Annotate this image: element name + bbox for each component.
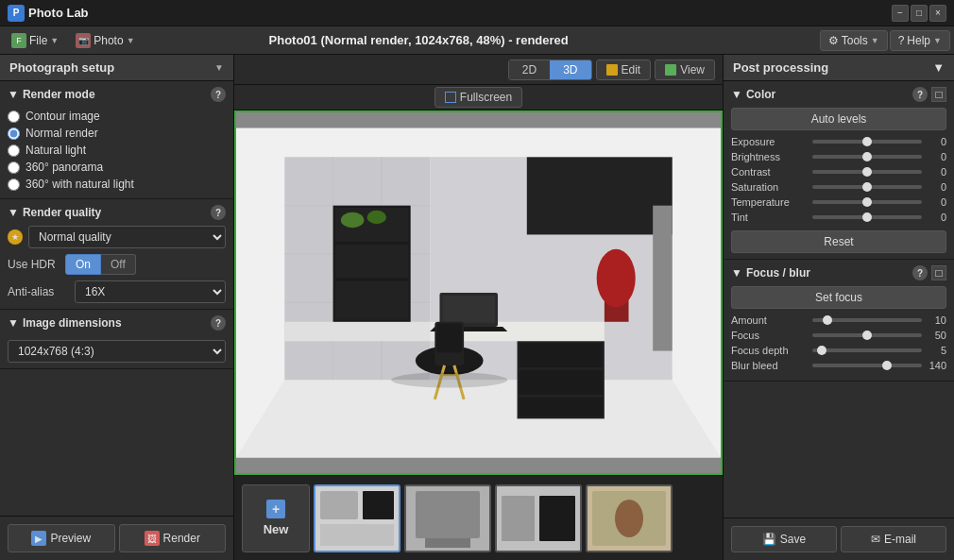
quality-row: ★ Normal quality High quality Low qualit… <box>8 226 226 248</box>
image-dimensions-help[interactable]: ? <box>211 315 226 331</box>
focus-panel-icon[interactable]: □ <box>931 265 946 280</box>
title-bar: P Photo Lab − □ × <box>0 0 954 26</box>
quality-select[interactable]: Normal quality High quality Low quality <box>28 226 226 248</box>
set-focus-button[interactable]: Set focus <box>731 286 946 309</box>
svg-rect-41 <box>425 538 470 548</box>
render-mode-contour[interactable]: Contour image <box>8 110 226 123</box>
auto-levels-button[interactable]: Auto levels <box>731 108 946 130</box>
left-panel-title: Photograph setup <box>9 60 114 75</box>
menu-bar: F File ▼ 📷 Photo ▼ Photo01 (Normal rende… <box>0 26 954 55</box>
edit-icon <box>606 64 618 76</box>
left-panel: Photograph setup ▼ ▼ Render mode ? Conto… <box>0 55 234 560</box>
image-dimensions-title[interactable]: ▼ Image dimensions ? <box>8 315 226 331</box>
tools-group: ⚙ Tools ▼ ? Help ▼ <box>820 30 950 51</box>
focus-depth-slider[interactable] <box>812 348 922 352</box>
file-menu-arrow: ▼ <box>50 36 59 45</box>
fullscreen-icon <box>445 92 456 103</box>
email-button[interactable]: ✉ E-mail <box>841 526 946 552</box>
app-title: Photo01 (Normal render, 1024x768, 48%) -… <box>269 33 569 47</box>
blur-bleed-row: Blur bleed 140 <box>731 360 946 371</box>
amount-slider[interactable] <box>812 318 922 322</box>
saturation-row: Saturation 0 <box>731 181 946 193</box>
saturation-slider[interactable] <box>812 185 922 189</box>
view-button[interactable]: View <box>655 59 715 80</box>
email-icon: ✉ <box>871 533 880 546</box>
logo-icon: P <box>8 5 25 22</box>
focus-blur-arrow[interactable]: ▼ <box>731 266 742 280</box>
render-scene <box>236 112 721 473</box>
contrast-row: Contrast 0 <box>731 166 946 178</box>
blur-bleed-slider[interactable] <box>812 364 922 367</box>
brightness-row: Brightness 0 <box>731 151 946 162</box>
close-button[interactable]: × <box>929 5 946 22</box>
minimize-button[interactable]: − <box>892 5 909 22</box>
edit-button[interactable]: Edit <box>596 59 652 80</box>
color-section-arrow[interactable]: ▼ <box>731 88 742 101</box>
new-button[interactable]: + New <box>242 484 310 552</box>
thumbnail-1[interactable] <box>314 484 400 552</box>
svg-rect-37 <box>363 491 394 519</box>
color-help[interactable]: ? <box>912 87 928 102</box>
render-button[interactable]: 🖼 Render <box>119 524 227 552</box>
fullscreen-button[interactable]: Fullscreen <box>434 87 522 108</box>
save-icon: 💾 <box>762 533 776 546</box>
render-quality-title[interactable]: ▼ Render quality ? <box>8 205 226 220</box>
svg-rect-28 <box>335 281 409 320</box>
render-mode-title[interactable]: ▼ Render mode ? <box>8 87 226 102</box>
alias-row: Anti-alias 16X 8X 4X None <box>8 280 226 303</box>
photo-menu-arrow: ▼ <box>127 36 135 45</box>
render-mode-360-natural[interactable]: 360° with natural light <box>8 178 226 191</box>
alias-label: Anti-alias <box>8 285 69 298</box>
thumbnail-2[interactable] <box>404 484 491 552</box>
right-panel-actions: 💾 Save ✉ E-mail <box>724 518 954 560</box>
render-quality-arrow: ▼ <box>8 206 19 219</box>
right-panel-title: Post processing <box>733 60 828 75</box>
right-panel-header: Post processing ▼ <box>724 55 954 81</box>
file-icon: F <box>11 33 26 48</box>
thumbnail-3[interactable] <box>495 484 582 552</box>
color-panel-icon[interactable]: □ <box>931 87 946 102</box>
view-tabs: 2D 3D <box>508 59 592 80</box>
dimensions-select[interactable]: 1024x768 (4:3) 1920x1080 (16:9) 800x600 … <box>8 340 226 363</box>
brightness-slider[interactable] <box>812 155 922 159</box>
render-mode-360[interactable]: 360° panorama <box>8 161 226 174</box>
photo-menu[interactable]: 📷 Photo ▼ <box>68 30 142 51</box>
exposure-slider[interactable] <box>812 140 922 144</box>
photo-icon: 📷 <box>76 33 91 48</box>
maximize-button[interactable]: □ <box>911 5 928 22</box>
tint-slider[interactable] <box>812 215 922 219</box>
render-quality-help[interactable]: ? <box>211 205 226 220</box>
save-button[interactable]: 💾 Save <box>731 526 837 552</box>
file-menu[interactable]: F File ▼ <box>4 30 66 51</box>
tab-3d[interactable]: 3D <box>550 60 590 79</box>
svg-rect-33 <box>653 206 673 351</box>
tab-2d[interactable]: 2D <box>509 60 550 79</box>
hdr-row: Use HDR On Off <box>8 254 226 275</box>
temperature-slider[interactable] <box>812 200 922 204</box>
focus-help[interactable]: ? <box>912 265 928 280</box>
help-button[interactable]: ? Help ▼ <box>890 30 950 51</box>
help-arrow: ▼ <box>933 36 942 45</box>
svg-rect-15 <box>520 398 603 417</box>
temperature-row: Temperature 0 <box>731 196 946 208</box>
render-mode-normal[interactable]: Normal render <box>8 127 226 140</box>
alias-select[interactable]: 16X 8X 4X None <box>75 280 226 303</box>
tools-icon: ⚙ <box>828 34 839 47</box>
color-section-controls: ? □ <box>912 87 946 102</box>
render-mode-help[interactable]: ? <box>211 87 226 102</box>
tint-row: Tint 0 <box>731 212 946 223</box>
focus-slider[interactable] <box>812 333 922 337</box>
focus-blur-section: ▼ Focus / blur ? □ Set focus Amount 10 F… <box>724 260 954 382</box>
color-section: ▼ Color ? □ Auto levels Exposure 0 Brigh… <box>724 81 954 260</box>
hdr-off-button[interactable]: Off <box>101 254 136 275</box>
left-panel-arrow[interactable]: ▼ <box>214 62 224 73</box>
render-mode-natural[interactable]: Natural light <box>8 144 226 157</box>
reset-button[interactable]: Reset <box>731 230 946 253</box>
hdr-on-button[interactable]: On <box>65 254 101 275</box>
thumbnail-4[interactable] <box>586 484 673 552</box>
tools-button[interactable]: ⚙ Tools ▼ <box>820 30 888 51</box>
right-panel-arrow[interactable]: ▼ <box>932 60 945 75</box>
preview-button[interactable]: ▶ Preview <box>8 524 115 552</box>
quality-icon: ★ <box>8 229 23 245</box>
contrast-slider[interactable] <box>812 170 922 174</box>
